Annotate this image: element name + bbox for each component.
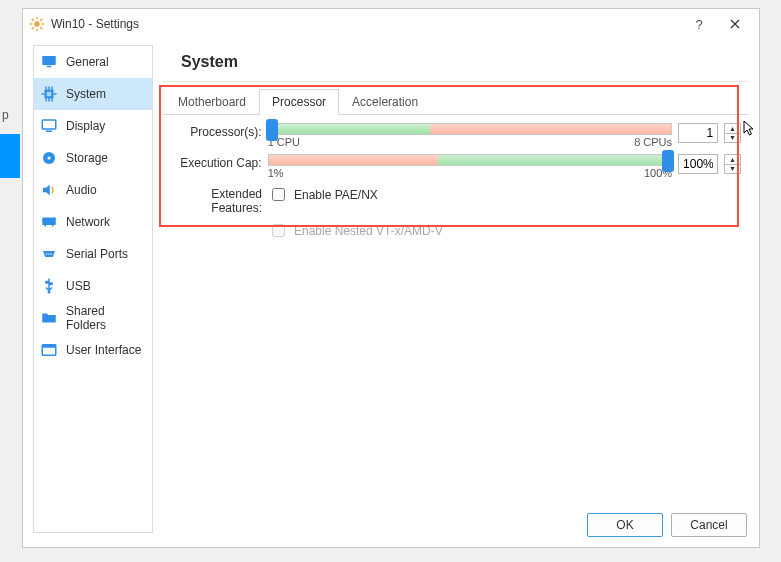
monitor-icon [40, 53, 58, 71]
svg-rect-22 [46, 131, 52, 133]
sidebar-item-label: Serial Ports [66, 247, 128, 261]
sidebar-item-network[interactable]: Network [34, 206, 152, 238]
sidebar-item-usb[interactable]: USB [34, 270, 152, 302]
svg-point-0 [34, 21, 39, 26]
ok-button[interactable]: OK [587, 513, 663, 537]
processors-slider-thumb[interactable] [266, 119, 278, 141]
app-gear-icon [29, 16, 45, 32]
svg-rect-9 [42, 56, 56, 65]
tab-acceleration[interactable]: Acceleration [339, 89, 431, 115]
chip-icon [40, 85, 58, 103]
tab-processor[interactable]: Processor [259, 89, 339, 115]
processors-slider[interactable] [268, 123, 672, 135]
tab-motherboard[interactable]: Motherboard [165, 89, 259, 115]
sidebar-item-display[interactable]: Display [34, 110, 152, 142]
sidebar-item-user-interface[interactable]: User Interface [34, 334, 152, 366]
execution-cap-slider[interactable] [268, 154, 672, 166]
close-button[interactable] [717, 10, 753, 38]
help-button[interactable]: ? [681, 10, 717, 38]
svg-rect-21 [42, 120, 56, 129]
main-panel: System Motherboard Processor Acceleratio… [163, 45, 749, 533]
svg-rect-25 [42, 218, 56, 226]
page-title: System [181, 53, 749, 71]
cancel-button[interactable]: Cancel [671, 513, 747, 537]
svg-point-24 [48, 157, 51, 160]
svg-point-29 [48, 253, 50, 255]
sidebar-item-label: System [66, 87, 106, 101]
background-selected-strip [0, 134, 20, 178]
svg-rect-26 [45, 223, 47, 227]
svg-rect-10 [47, 66, 52, 68]
folder-icon [40, 309, 58, 327]
display-icon [40, 117, 58, 135]
sidebar-item-general[interactable]: General [34, 46, 152, 78]
svg-point-28 [46, 253, 48, 255]
sidebar-item-audio[interactable]: Audio [34, 174, 152, 206]
svg-point-30 [51, 253, 53, 255]
svg-rect-33 [42, 345, 56, 348]
usb-icon [40, 277, 58, 295]
serial-port-icon [40, 245, 58, 263]
disk-icon [40, 149, 58, 167]
sidebar-item-label: Storage [66, 151, 108, 165]
svg-rect-12 [47, 92, 52, 97]
sidebar-item-label: General [66, 55, 109, 69]
dialog-footer: OK Cancel [587, 513, 747, 537]
svg-line-5 [32, 19, 34, 21]
sidebar-item-label: Display [66, 119, 105, 133]
svg-point-31 [48, 291, 51, 294]
svg-line-6 [40, 27, 42, 29]
sidebar-item-shared-folders[interactable]: Shared Folders [34, 302, 152, 334]
sidebar-item-label: Audio [66, 183, 97, 197]
ui-icon [40, 341, 58, 359]
background-stray-char: p [2, 108, 9, 122]
sidebar-item-label: USB [66, 279, 91, 293]
svg-rect-27 [52, 223, 54, 227]
sidebar-item-storage[interactable]: Storage [34, 142, 152, 174]
sidebar-item-system[interactable]: System [34, 78, 152, 110]
settings-window: Win10 - Settings ? General System Displa… [22, 8, 760, 548]
svg-line-7 [32, 27, 34, 29]
sidebar-item-serial-ports[interactable]: Serial Ports [34, 238, 152, 270]
divider [163, 81, 749, 82]
window-title: Win10 - Settings [51, 17, 681, 31]
sidebar-item-label: Network [66, 215, 110, 229]
svg-line-8 [40, 19, 42, 21]
settings-sidebar: General System Display Storage Audio Net… [33, 45, 153, 533]
sidebar-item-label: User Interface [66, 343, 141, 357]
execution-cap-slider-thumb[interactable] [662, 150, 674, 172]
sidebar-item-label: Shared Folders [66, 304, 146, 332]
network-icon [40, 213, 58, 231]
mouse-cursor-icon [743, 120, 759, 136]
titlebar[interactable]: Win10 - Settings ? [23, 9, 759, 39]
speaker-icon [40, 181, 58, 199]
